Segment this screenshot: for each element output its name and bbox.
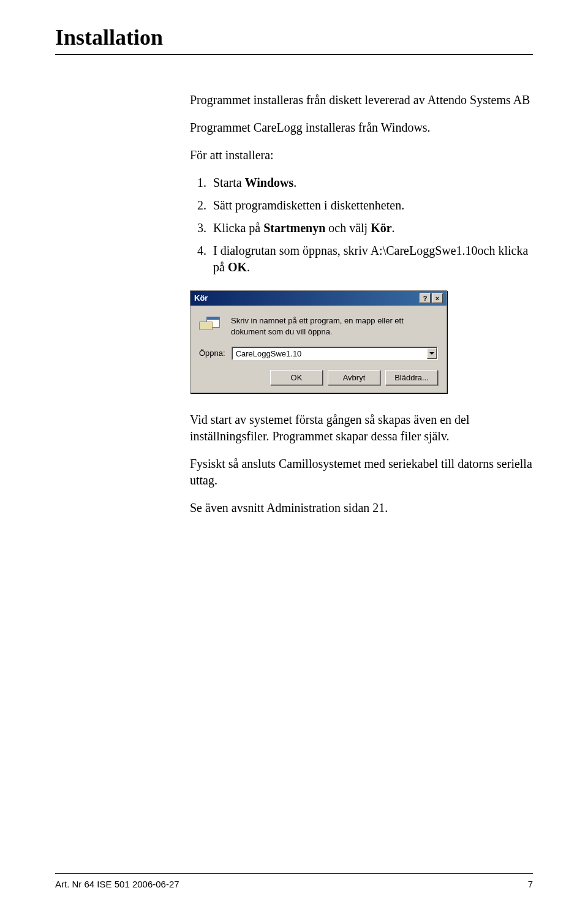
dialog-title-text: Kör <box>194 293 208 304</box>
intro-line-1: Programmet installeras från diskett leve… <box>190 92 533 108</box>
footer-left: Art. Nr 64 ISE 501 2006-06-27 <box>55 879 179 889</box>
post-paragraph-3: Se även avsnitt Administration sidan 21. <box>190 500 533 516</box>
step-2: Sätt programdisketten i diskettenheten. <box>209 197 533 214</box>
page-title: Installation <box>55 24 533 50</box>
dropdown-button[interactable] <box>427 348 437 359</box>
footer-page-number: 7 <box>528 879 533 889</box>
open-label: Öppna: <box>199 348 225 359</box>
step-3: Klicka på Startmenyn och välj Kör. <box>209 220 533 236</box>
heading-rule <box>55 54 533 55</box>
content-block: Programmet installeras från diskett leve… <box>190 92 533 516</box>
footer: Art. Nr 64 ISE 501 2006-06-27 7 <box>55 873 533 889</box>
dialog-titlebar: Kör ? × <box>190 291 447 306</box>
post-paragraph-1: Vid start av systemet första gången så s… <box>190 412 533 445</box>
run-dialog: Kör ? × Skriv in namnet på ett program, … <box>190 290 447 393</box>
open-input-value: CareLoggSwe1.10 <box>236 349 302 358</box>
post-paragraph-2: Fysiskt så ansluts Camillosystemet med s… <box>190 456 533 489</box>
intro-line-2: Programmet CareLogg installeras från Win… <box>190 119 533 136</box>
close-button[interactable]: × <box>432 293 443 303</box>
steps-list: Starta Windows. Sätt programdisketten i … <box>190 175 533 276</box>
browse-button[interactable]: Bläddra... <box>385 370 438 385</box>
step-1: Starta Windows. <box>209 175 533 191</box>
cancel-button[interactable]: Avbryt <box>328 370 380 385</box>
help-button[interactable]: ? <box>420 293 431 303</box>
step-4: I dialogrutan som öppnas, skriv A:\CareL… <box>209 243 533 276</box>
ok-button[interactable]: OK <box>270 370 323 385</box>
run-icon <box>199 315 222 335</box>
open-input[interactable]: CareLoggSwe1.10 <box>232 347 438 360</box>
footer-rule <box>55 873 533 874</box>
intro-line-3: För att installera: <box>190 147 533 164</box>
dialog-description: Skriv in namnet på ett program, en mapp … <box>231 315 404 337</box>
